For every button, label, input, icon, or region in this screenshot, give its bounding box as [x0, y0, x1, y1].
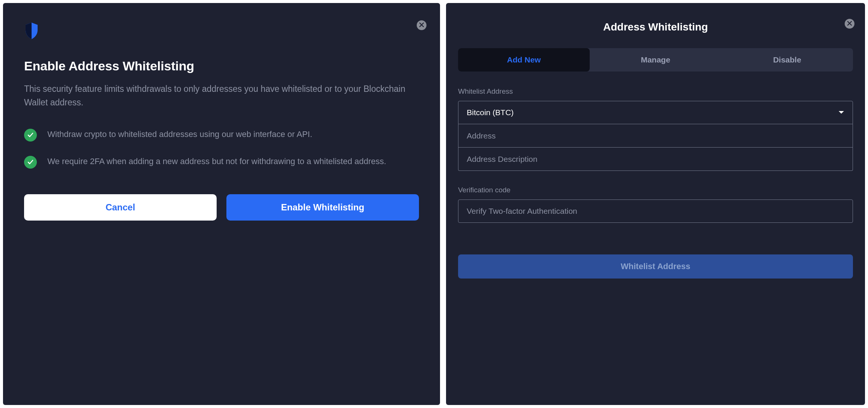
close-button[interactable]: [417, 20, 426, 30]
tab-manage[interactable]: Manage: [590, 48, 721, 72]
bullet-item: Withdraw crypto to whitelisted addresses…: [24, 128, 419, 142]
close-button[interactable]: [845, 19, 854, 29]
enable-whitelisting-button[interactable]: Enable Whitelisting: [226, 194, 419, 221]
address-input[interactable]: [458, 124, 853, 148]
asset-select[interactable]: Bitcoin (BTC): [458, 101, 853, 124]
bullet-text: Withdraw crypto to whitelisted addresses…: [47, 128, 312, 141]
address-description-input[interactable]: [458, 148, 853, 171]
whitelist-address-label: Whitelist Address: [458, 87, 853, 96]
verification-group: Verification code: [458, 186, 853, 223]
check-icon: [24, 129, 37, 142]
cancel-button[interactable]: Cancel: [24, 194, 217, 221]
dialog-actions: Cancel Enable Whitelisting: [24, 194, 419, 221]
whitelist-address-button[interactable]: Whitelist Address: [458, 254, 853, 279]
shield-icon: [24, 22, 419, 41]
bullet-text: We require 2FA when adding a new address…: [47, 155, 386, 168]
dialog-title: Enable Address Whitelisting: [24, 59, 419, 73]
enable-whitelisting-dialog: Enable Address Whitelisting This securit…: [3, 3, 440, 405]
address-whitelisting-panel: Address Whitelisting Add New Manage Disa…: [446, 3, 865, 405]
close-icon: [847, 21, 852, 27]
close-icon: [419, 23, 424, 28]
verification-code-input[interactable]: [458, 199, 853, 223]
tab-add-new[interactable]: Add New: [458, 48, 590, 72]
tab-bar: Add New Manage Disable: [458, 48, 853, 72]
tab-disable[interactable]: Disable: [721, 48, 853, 72]
whitelist-address-group: Whitelist Address Bitcoin (BTC): [458, 87, 853, 171]
panel-title: Address Whitelisting: [458, 21, 853, 33]
asset-selected-value: Bitcoin (BTC): [467, 108, 514, 117]
verification-code-label: Verification code: [458, 186, 853, 194]
dialog-subtitle: This security feature limits withdrawals…: [24, 82, 419, 109]
bullet-item: We require 2FA when adding a new address…: [24, 155, 419, 169]
check-icon: [24, 156, 37, 169]
chevron-down-icon: [838, 109, 844, 116]
